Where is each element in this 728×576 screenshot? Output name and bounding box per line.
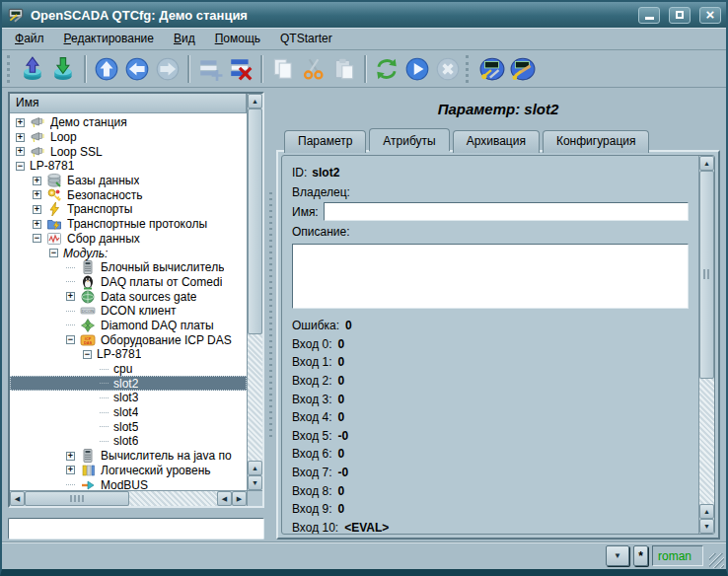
qtstarter-vision-icon[interactable] bbox=[507, 53, 538, 85]
menu-qtstarter[interactable]: QTStarter bbox=[271, 29, 341, 48]
collapse-minus-icon[interactable]: − bbox=[16, 162, 25, 171]
qtstarter-config-icon[interactable] bbox=[476, 53, 507, 85]
expand-plus-icon[interactable]: + bbox=[16, 133, 25, 142]
refresh-icon[interactable] bbox=[371, 53, 401, 85]
scroll-up-icon[interactable]: ▲ bbox=[699, 504, 714, 519]
window-resize-grip[interactable] bbox=[709, 553, 724, 568]
tree-item[interactable]: slot3 bbox=[10, 391, 247, 405]
tree-item-label: Diamond DAQ платы bbox=[101, 319, 214, 332]
tree-item[interactable]: −Модуль: bbox=[10, 246, 247, 260]
tree-search-input[interactable] bbox=[8, 518, 264, 540]
tree-item[interactable]: +Безопасность bbox=[10, 187, 247, 202]
tree-item[interactable]: −LP-8781 bbox=[10, 159, 247, 174]
scroll-up-icon[interactable]: ▲ bbox=[699, 156, 714, 171]
window-close-button[interactable] bbox=[699, 7, 721, 24]
tab-archiving[interactable]: Архивация bbox=[453, 130, 540, 153]
window-maximize-button[interactable] bbox=[669, 7, 691, 24]
tree-item[interactable]: Блочный вычислитель bbox=[10, 260, 247, 275]
expand-plus-icon[interactable]: + bbox=[33, 220, 41, 229]
tree-item-label: Транспортные протоколы bbox=[67, 217, 207, 231]
menu-view[interactable]: Вид bbox=[165, 29, 204, 48]
comedi-icon bbox=[80, 274, 97, 290]
tree-item[interactable]: +Транспорты bbox=[10, 202, 247, 217]
tree-item[interactable]: slot2 bbox=[10, 376, 247, 391]
expand-plus-icon[interactable]: + bbox=[66, 452, 75, 461]
scroll-left-icon[interactable]: ◀ bbox=[10, 491, 25, 506]
tree-item[interactable]: DCONDCON клиент bbox=[10, 304, 247, 319]
window-minimize-button[interactable] bbox=[638, 7, 660, 24]
scrollbar-track[interactable] bbox=[129, 491, 217, 506]
expand-plus-icon[interactable]: + bbox=[66, 292, 75, 301]
scroll-up-icon[interactable]: ▲ bbox=[248, 94, 262, 108]
start-icon[interactable] bbox=[401, 53, 432, 85]
tree-item[interactable]: +Демо станция bbox=[10, 115, 247, 130]
status-dropdown-button[interactable]: ▼ bbox=[606, 545, 629, 566]
tree-item[interactable]: +Loop SSL bbox=[10, 144, 247, 159]
tree-item-label: slot6 bbox=[113, 434, 138, 448]
copy-item-icon bbox=[267, 53, 298, 85]
name-field[interactable] bbox=[324, 202, 689, 221]
tab-parameter[interactable]: Параметр bbox=[284, 130, 366, 153]
scrollbar-thumb[interactable] bbox=[699, 171, 714, 379]
collapse-minus-icon[interactable]: − bbox=[49, 249, 58, 257]
tree-item[interactable]: DAQ платы от Comedi bbox=[10, 275, 247, 290]
expand-plus-icon[interactable]: + bbox=[16, 147, 25, 156]
collapse-minus-icon[interactable]: − bbox=[33, 234, 41, 243]
tree-item[interactable]: slot4 bbox=[10, 405, 247, 420]
tree-item-label: slot4 bbox=[113, 405, 138, 419]
tree-item[interactable]: +Логический уровень bbox=[10, 464, 247, 478]
scrollbar-track[interactable] bbox=[248, 334, 262, 461]
scroll-right-icon[interactable]: ▶ bbox=[232, 491, 247, 506]
expand-plus-icon[interactable]: + bbox=[33, 205, 41, 214]
tree-item[interactable]: slot5 bbox=[10, 419, 247, 434]
description-field[interactable] bbox=[292, 244, 689, 309]
tree-vertical-scrollbar[interactable]: ▲ ▲ ▼ bbox=[247, 94, 262, 490]
scroll-down-icon[interactable]: ▼ bbox=[699, 519, 714, 534]
scroll-down-icon[interactable]: ▼ bbox=[248, 475, 262, 490]
tab-attributes[interactable]: Атрибуты bbox=[369, 128, 449, 151]
scrollbar-thumb[interactable] bbox=[248, 108, 262, 334]
scrollbar-track[interactable] bbox=[699, 379, 714, 504]
expand-plus-icon[interactable]: + bbox=[33, 190, 41, 199]
tree-horizontal-scrollbar[interactable]: ◀ ◀ ▶ bbox=[10, 490, 247, 506]
paste-item-icon bbox=[328, 53, 359, 85]
toolbar-handle[interactable] bbox=[7, 55, 15, 83]
back-icon[interactable] bbox=[121, 53, 152, 85]
menu-file[interactable]: Файл bbox=[6, 29, 53, 48]
expand-plus-icon[interactable]: + bbox=[33, 177, 41, 185]
menu-help[interactable]: Помощь bbox=[206, 29, 269, 48]
delete-item-icon[interactable] bbox=[225, 53, 255, 85]
toolbar-handle[interactable] bbox=[466, 55, 473, 83]
tree-item[interactable]: −Сбор данных bbox=[10, 232, 247, 247]
menu-edit[interactable]: Редактирование bbox=[55, 29, 163, 48]
tree-item[interactable]: cpu bbox=[10, 362, 247, 377]
collapse-minus-icon[interactable]: − bbox=[66, 335, 75, 344]
tree-branch-line bbox=[100, 426, 109, 427]
scroll-up-icon[interactable]: ▲ bbox=[248, 461, 262, 475]
tree-item[interactable]: +Транспортные протоколы bbox=[10, 217, 247, 232]
database-icon bbox=[46, 173, 63, 188]
cut-item-icon[interactable] bbox=[298, 53, 328, 85]
tree-item[interactable]: +Базы данных bbox=[10, 174, 247, 188]
tab-configuration[interactable]: Конфигурация bbox=[543, 130, 650, 153]
tree-item[interactable]: slot6 bbox=[10, 434, 247, 449]
panel-splitter[interactable] bbox=[264, 92, 276, 540]
scrollbar-thumb[interactable] bbox=[25, 491, 129, 506]
scroll-left-icon[interactable]: ◀ bbox=[217, 491, 232, 506]
expand-plus-icon[interactable]: + bbox=[16, 118, 25, 127]
tree-item[interactable]: −ICPDASОборудование ICP DAS bbox=[10, 332, 247, 347]
tree-item[interactable]: +Data sources gate bbox=[10, 289, 247, 304]
status-star-button[interactable]: * bbox=[633, 545, 648, 566]
tree-item[interactable]: ModBUS bbox=[10, 477, 247, 490]
up-level-icon[interactable] bbox=[91, 53, 121, 85]
load-from-db-icon[interactable] bbox=[18, 53, 48, 85]
expand-plus-icon[interactable]: + bbox=[66, 466, 75, 474]
content-vertical-scrollbar[interactable]: ▲ ▲ ▼ bbox=[698, 156, 714, 534]
tree-item[interactable]: −LP-8781 bbox=[10, 347, 247, 362]
collapse-minus-icon[interactable]: − bbox=[83, 350, 92, 359]
tree-item[interactable]: +Вычислитель на java по bbox=[10, 449, 247, 464]
save-to-db-icon[interactable] bbox=[48, 53, 79, 85]
tree-item[interactable]: Diamond DAQ платы bbox=[10, 319, 247, 333]
tree-item[interactable]: +Loop bbox=[10, 130, 247, 145]
tree-column-header[interactable]: Имя bbox=[10, 94, 247, 113]
